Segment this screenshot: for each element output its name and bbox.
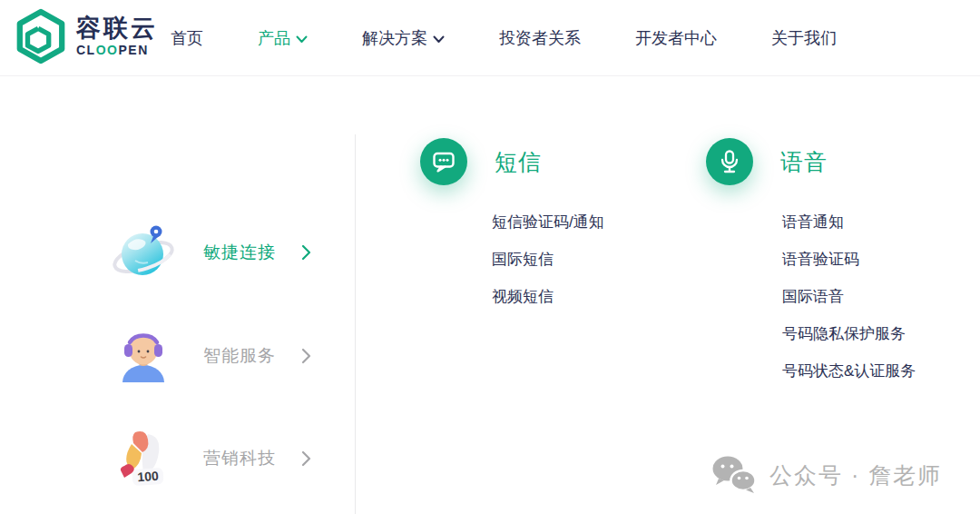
watermark-text: 公众号 · 詹老师: [769, 460, 942, 490]
nav-item-about[interactable]: 关于我们: [771, 27, 837, 49]
nav-item-label: 投资者关系: [499, 27, 581, 49]
nav-item-developers[interactable]: 开发者中心: [635, 27, 717, 49]
link-number-status-auth[interactable]: 号码状态&认证服务: [782, 352, 916, 390]
logo-en-oo: OO: [96, 43, 119, 57]
sidebar-item-agile-connection[interactable]: 敏捷连接: [107, 212, 343, 293]
sms-link-list: 短信验证码/通知 国际短信 视频短信: [492, 203, 604, 315]
product-column-sms: 短信 短信验证码/通知 国际短信 视频短信: [420, 138, 604, 315]
marketing-icon-badge: 100: [137, 469, 160, 485]
sms-bubble-icon: [420, 138, 467, 185]
nav-item-solutions[interactable]: 解决方案: [362, 27, 445, 49]
support-agent-icon: [107, 320, 180, 392]
voice-link-list: 语音通知 语音验证码 国际语音 号码隐私保护服务 号码状态&认证服务: [782, 203, 916, 390]
link-number-privacy-protection[interactable]: 号码隐私保护服务: [782, 315, 916, 352]
sidebar-item-intelligent-service[interactable]: 智能服务: [107, 315, 343, 397]
sidebar-divider: [355, 134, 356, 514]
link-sms-verification-notice[interactable]: 短信验证码/通知: [492, 203, 604, 241]
sidebar-item-label: 敏捷连接: [203, 241, 276, 264]
link-voice-notice[interactable]: 语音通知: [782, 203, 916, 241]
link-voice-verification[interactable]: 语音验证码: [782, 241, 916, 278]
chevron-down-icon: [296, 35, 308, 44]
globe-connection-icon: [107, 216, 180, 289]
wechat-icon: [710, 455, 759, 495]
sidebar-item-label: 智能服务: [203, 344, 276, 368]
cloopen-logo[interactable]: 容联云 CLOOPEN: [15, 8, 158, 64]
marketing-chart-icon: 100: [107, 422, 180, 495]
voice-column-title: 语音: [780, 147, 828, 177]
wechat-watermark: 公众号 · 詹老师: [710, 455, 942, 495]
nav-item-label: 关于我们: [771, 27, 837, 49]
top-nav-bar: 容联云 CLOOPEN 首页 产品 解决方案 投资者关系: [0, 0, 980, 76]
link-international-voice[interactable]: 国际语音: [782, 278, 916, 315]
voice-column-header: 语音: [706, 138, 916, 185]
nav-item-label: 开发者中心: [635, 27, 717, 49]
sms-column-title: 短信: [495, 147, 542, 177]
link-international-sms[interactable]: 国际短信: [492, 241, 604, 278]
nav-item-investors[interactable]: 投资者关系: [499, 27, 581, 49]
products-megamenu: 敏捷连接 智能服务: [0, 77, 980, 514]
sidebar-item-label: 营销科技: [203, 447, 276, 470]
nav-item-label: 解决方案: [362, 27, 427, 49]
chevron-down-icon: [433, 35, 445, 44]
link-video-sms[interactable]: 视频短信: [492, 278, 604, 315]
product-column-voice: 语音 语音通知 语音验证码 国际语音 号码隐私保护服务 号码状态&认证服务: [706, 138, 916, 390]
nav-item-home[interactable]: 首页: [171, 27, 203, 49]
sms-column-header: 短信: [420, 138, 604, 185]
logo-en-pen: PEN: [118, 43, 148, 57]
cloopen-hexagon-logo-icon: [15, 8, 67, 64]
main-nav: 首页 产品 解决方案 投资者关系 开发者中心 关于我们: [171, 0, 837, 76]
chevron-right-icon: [301, 348, 311, 364]
logo-cn-text: 容联云: [76, 15, 158, 43]
chevron-right-icon: [301, 244, 311, 261]
nav-item-products[interactable]: 产品: [258, 27, 308, 49]
sidebar-item-marketing-tech[interactable]: 100 营销科技: [107, 418, 343, 499]
microphone-icon: [706, 138, 753, 185]
nav-item-label: 首页: [171, 27, 203, 49]
logo-en-cl: CL: [76, 43, 96, 57]
logo-en-text: CLOOPEN: [76, 43, 158, 57]
chevron-right-icon: [301, 450, 311, 467]
logo-wordmark: 容联云 CLOOPEN: [76, 15, 158, 58]
nav-item-label: 产品: [258, 27, 290, 49]
cloopen-products-megamenu-page: 容联云 CLOOPEN 首页 产品 解决方案 投资者关系: [0, 0, 980, 514]
